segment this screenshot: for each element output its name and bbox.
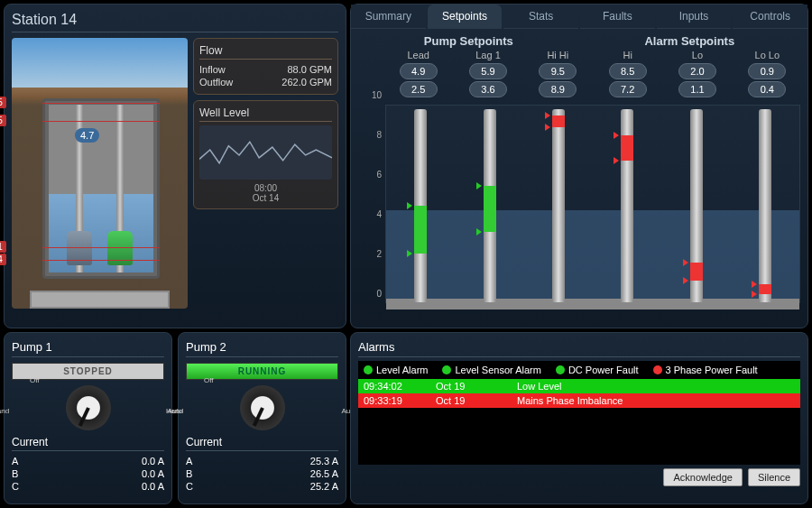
- setpoint-on[interactable]: 0.9: [748, 63, 786, 79]
- setpoints-panel: SummarySetpointsStatsFaultsInputsControl…: [350, 4, 808, 328]
- station-title: Station 14: [12, 12, 338, 32]
- level-marker: 1.1: [0, 241, 6, 253]
- alarms-title: Alarms: [358, 340, 800, 357]
- flow-box: Flow Inflow88.0 GPM Outflow262.0 GPM: [193, 38, 338, 95]
- setpoint-off[interactable]: 0.4: [748, 81, 786, 97]
- setpoint-on[interactable]: 5.9: [469, 63, 507, 79]
- setpoint-bar-lo: [690, 106, 703, 302]
- silence-button[interactable]: Silence: [748, 468, 800, 486]
- setpoint-on[interactable]: 2.0: [678, 63, 716, 79]
- setpoint-bar-lead: [414, 106, 427, 302]
- setpoint-off[interactable]: 1.1: [678, 81, 716, 97]
- pump-2-panel: Pump 2RUNNINGHandOffAutoCurrentA25.3 AB2…: [178, 332, 346, 504]
- level-marker: 0.4: [0, 254, 6, 265]
- current-level-badge: 4.7: [75, 128, 99, 143]
- setpoint-on[interactable]: 4.9: [400, 63, 438, 79]
- tab-stats[interactable]: Stats: [503, 5, 578, 29]
- setpoint-bar-hi-hi: [552, 106, 565, 302]
- station-panel: Station 14 9.58.51.10.4 4.: [4, 4, 346, 328]
- setpoint-on[interactable]: 9.5: [539, 63, 577, 79]
- level-marker: 8.5: [0, 115, 6, 126]
- setpoint-off[interactable]: 3.6: [469, 81, 507, 97]
- tab-faults[interactable]: Faults: [580, 5, 655, 29]
- alarm-row[interactable]: 09:33:19Oct 19Mains Phase Imbalance: [358, 393, 800, 408]
- alarm-legend: Level AlarmLevel Sensor AlarmDC Power Fa…: [358, 361, 800, 379]
- bar-yaxis: 0246810: [358, 105, 385, 303]
- pump-selector-dial[interactable]: [240, 385, 285, 430]
- pump-1-panel: Pump 1STOPPEDHandOffAutoCurrentA0.0 AB0.…: [4, 332, 172, 504]
- setpoint-off[interactable]: 2.5: [400, 81, 438, 97]
- tab-summary[interactable]: Summary: [351, 5, 426, 29]
- alarm-setpoints-title: Alarm Setpoints: [644, 34, 734, 48]
- setpoint-bar-lag-1: [484, 106, 496, 302]
- tab-setpoints[interactable]: Setpoints: [428, 5, 503, 29]
- alarms-panel: Alarms Level AlarmLevel Sensor AlarmDC P…: [350, 332, 808, 504]
- tab-controls[interactable]: Controls: [733, 5, 807, 29]
- setpoint-off[interactable]: 7.2: [609, 81, 647, 97]
- setpoint-bar-lo-lo: [759, 106, 771, 302]
- alarm-list[interactable]: 09:34:02Oct 19Low Level09:33:19Oct 19Mai…: [358, 379, 800, 465]
- setpoint-bar-hi: [621, 106, 633, 302]
- well-level-box: Well Level 08:00 Oct 14: [193, 100, 338, 209]
- well-graphic: 9.58.51.10.4 4.7: [12, 38, 188, 309]
- setpoint-bars: [385, 105, 800, 303]
- setpoint-on[interactable]: 8.5: [609, 63, 647, 79]
- well-level-sparkline: [199, 125, 332, 180]
- setpoint-off[interactable]: 8.9: [539, 81, 577, 97]
- pump-setpoints-title: Pump Setpoints: [424, 34, 513, 48]
- acknowledge-button[interactable]: Acknowledge: [663, 468, 742, 486]
- alarm-row[interactable]: 09:34:02Oct 19Low Level: [358, 379, 800, 393]
- tab-inputs[interactable]: Inputs: [657, 5, 732, 29]
- tab-bar: SummarySetpointsStatsFaultsInputsControl…: [351, 5, 807, 29]
- pump-selector-dial[interactable]: [66, 385, 111, 430]
- level-marker: 9.5: [0, 97, 6, 108]
